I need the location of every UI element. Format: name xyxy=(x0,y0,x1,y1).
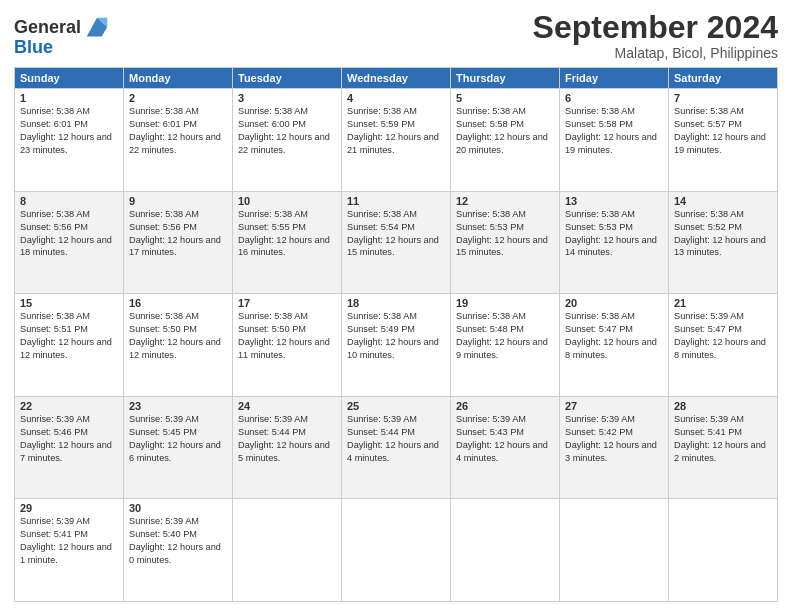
daylight-label: Daylight: 12 hours and 18 minutes. xyxy=(20,235,112,258)
calendar-row: 8 Sunrise: 5:38 AM Sunset: 5:56 PM Dayli… xyxy=(15,191,778,294)
sunrise-label: Sunrise: 5:39 AM xyxy=(129,516,199,526)
sunset-label: Sunset: 6:00 PM xyxy=(238,119,306,129)
daylight-label: Daylight: 12 hours and 1 minute. xyxy=(20,542,112,565)
logo-icon xyxy=(83,14,111,42)
sunrise-label: Sunrise: 5:39 AM xyxy=(674,414,744,424)
col-wednesday: Wednesday xyxy=(342,68,451,89)
table-row: 30 Sunrise: 5:39 AM Sunset: 5:40 PM Dayl… xyxy=(124,499,233,602)
day-info: Sunrise: 5:38 AM Sunset: 5:52 PM Dayligh… xyxy=(674,208,772,260)
sunset-label: Sunset: 5:50 PM xyxy=(129,324,197,334)
calendar-row: 22 Sunrise: 5:39 AM Sunset: 5:46 PM Dayl… xyxy=(15,396,778,499)
sunset-label: Sunset: 5:55 PM xyxy=(238,222,306,232)
table-row: 28 Sunrise: 5:39 AM Sunset: 5:41 PM Dayl… xyxy=(669,396,778,499)
day-info: Sunrise: 5:39 AM Sunset: 5:44 PM Dayligh… xyxy=(347,413,445,465)
sunset-label: Sunset: 5:44 PM xyxy=(347,427,415,437)
table-row: 24 Sunrise: 5:39 AM Sunset: 5:44 PM Dayl… xyxy=(233,396,342,499)
sunset-label: Sunset: 6:01 PM xyxy=(20,119,88,129)
day-number: 7 xyxy=(674,92,772,104)
col-tuesday: Tuesday xyxy=(233,68,342,89)
daylight-label: Daylight: 12 hours and 12 minutes. xyxy=(20,337,112,360)
table-row: 14 Sunrise: 5:38 AM Sunset: 5:52 PM Dayl… xyxy=(669,191,778,294)
day-info: Sunrise: 5:39 AM Sunset: 5:40 PM Dayligh… xyxy=(129,515,227,567)
logo-text-line2: Blue xyxy=(14,38,53,58)
sunset-label: Sunset: 5:47 PM xyxy=(674,324,742,334)
table-row: 13 Sunrise: 5:38 AM Sunset: 5:53 PM Dayl… xyxy=(560,191,669,294)
sunrise-label: Sunrise: 5:38 AM xyxy=(20,209,90,219)
daylight-label: Daylight: 12 hours and 5 minutes. xyxy=(238,440,330,463)
table-row xyxy=(342,499,451,602)
sunrise-label: Sunrise: 5:38 AM xyxy=(456,106,526,116)
day-info: Sunrise: 5:38 AM Sunset: 5:47 PM Dayligh… xyxy=(565,310,663,362)
table-row: 5 Sunrise: 5:38 AM Sunset: 5:58 PM Dayli… xyxy=(451,89,560,192)
calendar-row: 1 Sunrise: 5:38 AM Sunset: 6:01 PM Dayli… xyxy=(15,89,778,192)
day-number: 29 xyxy=(20,502,118,514)
day-info: Sunrise: 5:39 AM Sunset: 5:44 PM Dayligh… xyxy=(238,413,336,465)
daylight-label: Daylight: 12 hours and 11 minutes. xyxy=(238,337,330,360)
sunset-label: Sunset: 5:47 PM xyxy=(565,324,633,334)
day-info: Sunrise: 5:38 AM Sunset: 6:01 PM Dayligh… xyxy=(129,105,227,157)
table-row: 3 Sunrise: 5:38 AM Sunset: 6:00 PM Dayli… xyxy=(233,89,342,192)
sunset-label: Sunset: 5:50 PM xyxy=(238,324,306,334)
sunrise-label: Sunrise: 5:39 AM xyxy=(238,414,308,424)
day-info: Sunrise: 5:38 AM Sunset: 5:56 PM Dayligh… xyxy=(20,208,118,260)
table-row xyxy=(451,499,560,602)
day-info: Sunrise: 5:39 AM Sunset: 5:45 PM Dayligh… xyxy=(129,413,227,465)
location: Malatap, Bicol, Philippines xyxy=(533,45,778,61)
daylight-label: Daylight: 12 hours and 14 minutes. xyxy=(565,235,657,258)
day-info: Sunrise: 5:39 AM Sunset: 5:46 PM Dayligh… xyxy=(20,413,118,465)
day-number: 25 xyxy=(347,400,445,412)
day-number: 13 xyxy=(565,195,663,207)
daylight-label: Daylight: 12 hours and 23 minutes. xyxy=(20,132,112,155)
table-row: 2 Sunrise: 5:38 AM Sunset: 6:01 PM Dayli… xyxy=(124,89,233,192)
day-info: Sunrise: 5:38 AM Sunset: 5:50 PM Dayligh… xyxy=(129,310,227,362)
day-number: 1 xyxy=(20,92,118,104)
sunrise-label: Sunrise: 5:38 AM xyxy=(347,311,417,321)
sunrise-label: Sunrise: 5:38 AM xyxy=(20,106,90,116)
sunset-label: Sunset: 5:45 PM xyxy=(129,427,197,437)
day-number: 19 xyxy=(456,297,554,309)
sunset-label: Sunset: 5:48 PM xyxy=(456,324,524,334)
col-monday: Monday xyxy=(124,68,233,89)
table-row: 10 Sunrise: 5:38 AM Sunset: 5:55 PM Dayl… xyxy=(233,191,342,294)
table-row xyxy=(233,499,342,602)
day-info: Sunrise: 5:38 AM Sunset: 5:48 PM Dayligh… xyxy=(456,310,554,362)
sunrise-label: Sunrise: 5:38 AM xyxy=(347,209,417,219)
day-number: 16 xyxy=(129,297,227,309)
table-row: 29 Sunrise: 5:39 AM Sunset: 5:41 PM Dayl… xyxy=(15,499,124,602)
day-number: 27 xyxy=(565,400,663,412)
daylight-label: Daylight: 12 hours and 15 minutes. xyxy=(456,235,548,258)
table-row: 23 Sunrise: 5:39 AM Sunset: 5:45 PM Dayl… xyxy=(124,396,233,499)
daylight-label: Daylight: 12 hours and 4 minutes. xyxy=(456,440,548,463)
table-row: 21 Sunrise: 5:39 AM Sunset: 5:47 PM Dayl… xyxy=(669,294,778,397)
sunset-label: Sunset: 5:41 PM xyxy=(20,529,88,539)
day-number: 8 xyxy=(20,195,118,207)
col-friday: Friday xyxy=(560,68,669,89)
sunrise-label: Sunrise: 5:39 AM xyxy=(347,414,417,424)
title-block: September 2024 Malatap, Bicol, Philippin… xyxy=(533,10,778,61)
sunrise-label: Sunrise: 5:39 AM xyxy=(674,311,744,321)
day-number: 2 xyxy=(129,92,227,104)
table-row: 15 Sunrise: 5:38 AM Sunset: 5:51 PM Dayl… xyxy=(15,294,124,397)
daylight-label: Daylight: 12 hours and 15 minutes. xyxy=(347,235,439,258)
day-number: 6 xyxy=(565,92,663,104)
daylight-label: Daylight: 12 hours and 9 minutes. xyxy=(456,337,548,360)
day-number: 24 xyxy=(238,400,336,412)
day-info: Sunrise: 5:38 AM Sunset: 5:55 PM Dayligh… xyxy=(238,208,336,260)
day-number: 22 xyxy=(20,400,118,412)
sunrise-label: Sunrise: 5:38 AM xyxy=(565,209,635,219)
sunrise-label: Sunrise: 5:39 AM xyxy=(20,414,90,424)
daylight-label: Daylight: 12 hours and 19 minutes. xyxy=(674,132,766,155)
sunrise-label: Sunrise: 5:38 AM xyxy=(456,311,526,321)
header: General Blue September 2024 Malatap, Bic… xyxy=(14,10,778,61)
table-row: 25 Sunrise: 5:39 AM Sunset: 5:44 PM Dayl… xyxy=(342,396,451,499)
sunrise-label: Sunrise: 5:39 AM xyxy=(129,414,199,424)
sunrise-label: Sunrise: 5:38 AM xyxy=(565,311,635,321)
table-row: 1 Sunrise: 5:38 AM Sunset: 6:01 PM Dayli… xyxy=(15,89,124,192)
day-info: Sunrise: 5:39 AM Sunset: 5:41 PM Dayligh… xyxy=(20,515,118,567)
table-row: 27 Sunrise: 5:39 AM Sunset: 5:42 PM Dayl… xyxy=(560,396,669,499)
day-info: Sunrise: 5:38 AM Sunset: 5:53 PM Dayligh… xyxy=(565,208,663,260)
daylight-label: Daylight: 12 hours and 4 minutes. xyxy=(347,440,439,463)
table-row: 7 Sunrise: 5:38 AM Sunset: 5:57 PM Dayli… xyxy=(669,89,778,192)
sunrise-label: Sunrise: 5:38 AM xyxy=(674,209,744,219)
table-row: 18 Sunrise: 5:38 AM Sunset: 5:49 PM Dayl… xyxy=(342,294,451,397)
